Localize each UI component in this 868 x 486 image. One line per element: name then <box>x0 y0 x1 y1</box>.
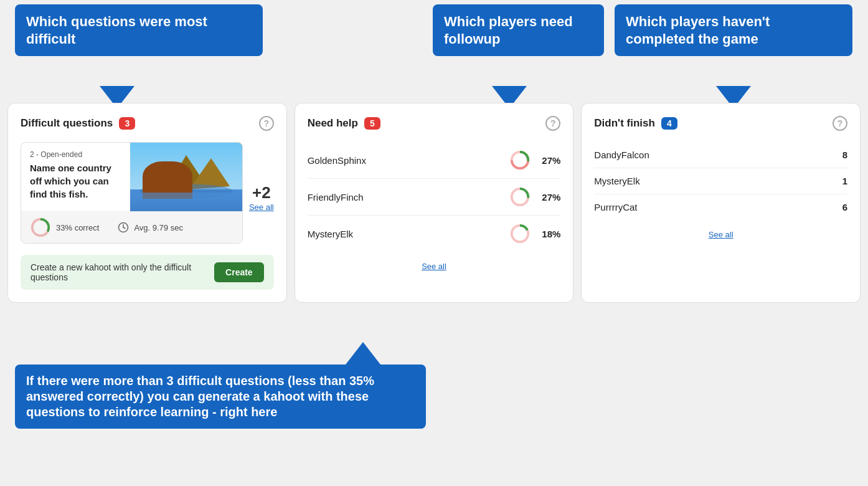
list-item: FriendlyFinch 27% <box>308 179 561 216</box>
didnt-finish-card: Didn't finish 4 ? DandyFalcon 8 MysteryE… <box>581 103 861 303</box>
list-item: DandyFalcon 8 <box>594 142 847 168</box>
help-question-mark-3: ? <box>837 118 843 128</box>
didnt-finish-see-all-row: See all <box>594 230 847 239</box>
callout-1-text: Which questions were most difficult <box>26 14 207 47</box>
difficult-see-all[interactable]: See all <box>249 202 274 212</box>
didnt-finish-players: DandyFalcon 8 MysteryElk 1 PurrrryCat 6 <box>594 142 847 220</box>
svg-marker-3 <box>149 161 189 193</box>
player-pct: 27% <box>535 155 560 166</box>
finish-player-name: PurrrryCat <box>594 202 829 212</box>
callout-2-text: Which players need followup <box>444 14 573 47</box>
callout-need-followup: Which players need followup <box>433 4 604 56</box>
callout-4-text: If there were more than 3 difficult ques… <box>26 374 374 419</box>
svg-point-1 <box>130 189 242 211</box>
didnt-finish-help-icon[interactable]: ? <box>833 116 847 131</box>
need-help-badge: 5 <box>364 117 380 130</box>
list-item: PurrrryCat 6 <box>594 194 847 220</box>
question-box: 2 - Open-ended Name one country off whic… <box>21 142 243 244</box>
avg-time-text: Avg. 9.79 sec <box>134 223 183 232</box>
avg-time-stat: Avg. 9.79 sec <box>118 222 183 233</box>
arrow-up-4 <box>346 342 380 364</box>
extra-col: +2 See all <box>243 142 274 252</box>
svg-line-12 <box>123 227 125 229</box>
player-name: MysteryElk <box>308 229 510 239</box>
difficult-questions-card: Difficult questions 3 ? 2 - Open-ended N… <box>7 103 287 303</box>
player-pct: 27% <box>535 192 560 202</box>
card-header-didnt-finish: Didn't finish 4 ? <box>594 116 847 131</box>
need-help-card: Need help 5 ? GoldenSphinx 27% FriendlyF… <box>295 103 574 303</box>
finish-player-count: 8 <box>829 150 847 160</box>
need-help-see-all-row: See all <box>308 262 561 271</box>
question-image <box>130 143 242 211</box>
callout-not-completed: Which players haven't completed the game <box>615 4 852 56</box>
question-stats: 33% correct Avg. 9.79 sec <box>21 211 242 243</box>
question-row: 2 - Open-ended Name one country off whic… <box>21 142 274 252</box>
need-help-icon[interactable]: ? <box>545 116 560 131</box>
cards-area: Difficult questions 3 ? 2 - Open-ended N… <box>7 103 861 303</box>
plus-count: +2 <box>252 183 271 202</box>
list-item: MysteryElk 1 <box>594 168 847 194</box>
finish-player-name: DandyFalcon <box>594 150 829 160</box>
player-donut-1 <box>509 150 531 171</box>
difficult-card-badge: 3 <box>119 117 135 130</box>
didnt-finish-badge: 4 <box>661 117 677 130</box>
difficult-help-icon[interactable]: ? <box>259 116 274 131</box>
need-help-see-all[interactable]: See all <box>308 262 561 271</box>
callout-3-text: Which players haven't completed the game <box>626 14 770 47</box>
finish-player-count: 1 <box>829 176 847 186</box>
card-header-need-help: Need help 5 ? <box>308 116 561 131</box>
svg-rect-5 <box>130 189 242 211</box>
correct-stat: 33% correct <box>30 217 99 238</box>
create-cta-text: Create a new kahoot with only the diffic… <box>31 262 214 282</box>
clock-icon <box>118 222 129 233</box>
player-donut-3 <box>509 223 531 244</box>
landscape-svg <box>130 143 242 211</box>
svg-point-6 <box>139 184 233 199</box>
help-question-mark-2: ? <box>550 118 556 128</box>
help-question-mark: ? <box>263 118 269 128</box>
create-button[interactable]: Create <box>214 262 264 282</box>
question-text-area: 2 - Open-ended Name one country off whic… <box>21 143 130 211</box>
list-item: GoldenSphinx 27% <box>308 142 561 179</box>
callout-generate-kahoot: If there were more than 3 difficult ques… <box>15 364 426 429</box>
player-donut-2 <box>509 186 531 207</box>
question-text: Name one country off which you can find … <box>30 161 121 201</box>
finish-player-name: MysteryElk <box>594 176 829 186</box>
player-pct: 18% <box>535 229 560 239</box>
create-cta: Create a new kahoot with only the diffic… <box>21 255 274 290</box>
correct-donut <box>30 217 51 238</box>
callout-difficult-questions: Which questions were most difficult <box>15 4 263 56</box>
list-item: MysteryElk 18% <box>308 216 561 252</box>
finish-player-count: 6 <box>829 202 847 212</box>
player-name: GoldenSphinx <box>308 155 510 166</box>
need-help-title: Need help <box>308 117 358 130</box>
player-name: FriendlyFinch <box>308 192 510 202</box>
question-box-top: 2 - Open-ended Name one country off whic… <box>21 143 242 211</box>
card-header-difficult: Difficult questions 3 ? <box>21 116 274 131</box>
card-title-row-need-help: Need help 5 <box>308 117 380 130</box>
correct-pct-text: 33% correct <box>56 223 99 232</box>
need-help-players: GoldenSphinx 27% FriendlyFinch 27% Myste… <box>308 142 561 252</box>
card-title-row-didnt-finish: Didn't finish 4 <box>594 117 677 130</box>
difficult-card-title: Difficult questions <box>21 117 113 130</box>
didnt-finish-title: Didn't finish <box>594 117 655 130</box>
card-title-row-difficult: Difficult questions 3 <box>21 117 135 130</box>
question-label: 2 - Open-ended <box>30 150 121 159</box>
didnt-finish-see-all[interactable]: See all <box>594 230 847 239</box>
svg-rect-0 <box>130 143 242 211</box>
